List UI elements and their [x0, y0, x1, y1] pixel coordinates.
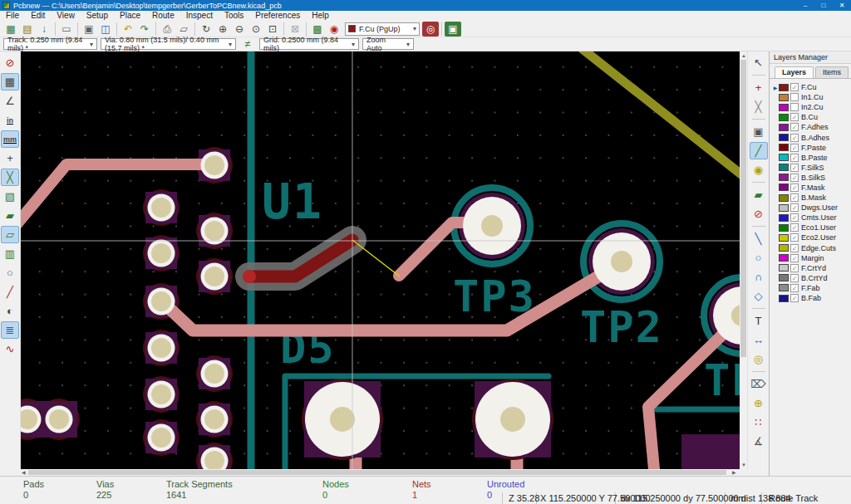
- footprint-editor-button[interactable]: ▣: [81, 22, 97, 37]
- add-keepout-button[interactable]: ⊘: [750, 205, 768, 223]
- close-button[interactable]: ✕: [833, 0, 851, 11]
- maximize-button[interactable]: □: [814, 0, 833, 11]
- layer-row-b-fab[interactable]: ✓B.Fab: [772, 293, 851, 303]
- zoom-select[interactable]: Zoom Auto ▾: [362, 38, 414, 50]
- refresh-view-button[interactable]: ↻: [198, 22, 214, 37]
- drc-off-button[interactable]: ⊘: [1, 54, 19, 71]
- layer-visibility-checkbox[interactable]: ✓: [790, 113, 799, 121]
- footprint-browser-button[interactable]: ◫: [97, 22, 114, 37]
- vertical-scrollbar[interactable]: ▲ ▼: [740, 51, 747, 469]
- open-board-button[interactable]: ▤: [19, 22, 36, 37]
- layer-color-swatch[interactable]: [779, 284, 789, 291]
- layer-row-in1-cu[interactable]: In1.Cu: [772, 92, 851, 102]
- layer-color-swatch[interactable]: [779, 183, 789, 191]
- layer-visibility-checkbox[interactable]: ✓: [790, 134, 799, 142]
- active-layer-select[interactable]: F.Cu (PgUp) ▾: [345, 22, 420, 36]
- layer-visibility-checkbox[interactable]: ✓: [790, 233, 799, 242]
- layers-manager-toggle-button[interactable]: ≣: [1, 321, 19, 339]
- grid-origin-button[interactable]: ∷: [750, 413, 768, 431]
- scroll-left-icon[interactable]: ◀: [22, 469, 26, 476]
- layer-visibility-checkbox[interactable]: [790, 103, 799, 111]
- layer-row-in2-cu[interactable]: In2.Cu: [772, 102, 851, 112]
- redo-button[interactable]: ↷: [136, 22, 153, 37]
- scroll-right-icon[interactable]: ▶: [732, 469, 736, 476]
- zoom-out-button[interactable]: ⊖: [231, 22, 248, 37]
- menu-help[interactable]: Help: [306, 11, 335, 21]
- add-text-button[interactable]: T: [750, 312, 768, 330]
- layer-visibility-checkbox[interactable]: ✓: [790, 244, 799, 252]
- layer-color-swatch[interactable]: [779, 234, 789, 242]
- layer-visibility-checkbox[interactable]: ✓: [790, 123, 799, 131]
- add-graphic-line-button[interactable]: ╲: [750, 230, 768, 247]
- layer-visibility-checkbox[interactable]: ✓: [790, 164, 799, 172]
- units-mm-button[interactable]: mm: [1, 130, 19, 148]
- layer-color-swatch[interactable]: [779, 154, 789, 161]
- layer-color-swatch[interactable]: [779, 274, 789, 281]
- track-via-size-button[interactable]: ◎: [422, 22, 439, 37]
- add-footprint-button[interactable]: ▣: [750, 123, 768, 140]
- layer-row-b-adhes[interactable]: ✓B.Adhes: [772, 132, 851, 142]
- layer-visibility-checkbox[interactable]: ✓: [790, 183, 799, 192]
- layer-row-dwgs-user[interactable]: ✓Dwgs.User: [772, 203, 851, 213]
- route-tracks-button[interactable]: ╱: [750, 142, 768, 159]
- layer-color-swatch[interactable]: [779, 84, 789, 91]
- track-width-select[interactable]: Track: 0.250 mm (9.84 mils) * ▾: [3, 38, 97, 50]
- via-sketch-mode-button[interactable]: ○: [1, 264, 19, 281]
- layer-visibility-checkbox[interactable]: ✓: [790, 203, 799, 212]
- layer-visibility-checkbox[interactable]: ✓: [790, 83, 799, 91]
- layer-row-f-crtyd[interactable]: ✓F.CrtYd: [772, 263, 851, 273]
- layer-visibility-checkbox[interactable]: ✓: [790, 223, 799, 232]
- layer-visibility-checkbox[interactable]: ✓: [790, 274, 799, 282]
- add-polygon-button[interactable]: ◇: [750, 287, 768, 305]
- layer-visibility-checkbox[interactable]: ✓: [790, 174, 799, 182]
- scroll-down-icon[interactable]: ▼: [741, 462, 746, 468]
- update-pcb-button[interactable]: ▣: [445, 22, 461, 37]
- menu-setup[interactable]: Setup: [81, 11, 114, 21]
- drill-origin-button[interactable]: ⊕: [750, 394, 768, 412]
- zoom-fit-button[interactable]: ⊡: [264, 22, 281, 37]
- layer-row-f-fab[interactable]: ✓F.Fab: [772, 283, 851, 293]
- save-board-button[interactable]: ↓: [36, 22, 52, 37]
- layer-color-swatch[interactable]: [779, 164, 789, 171]
- zone-display-outline-button[interactable]: ▱: [1, 226, 19, 243]
- menu-edit[interactable]: Edit: [25, 11, 51, 21]
- layer-color-swatch[interactable]: [779, 174, 789, 181]
- layer-color-swatch[interactable]: [779, 264, 789, 272]
- menu-file[interactable]: File: [0, 11, 25, 21]
- add-target-button[interactable]: ◎: [750, 350, 768, 368]
- horizontal-scrollbar-thumb[interactable]: [28, 470, 726, 475]
- layer-row-f-cu[interactable]: ▶✓F.Cu: [772, 82, 851, 92]
- layer-visibility-checkbox[interactable]: ✓: [790, 193, 799, 202]
- layer-color-swatch[interactable]: [779, 295, 789, 302]
- add-circle-button[interactable]: ○: [750, 249, 768, 267]
- layer-row-edge-cuts[interactable]: ✓Edge.Cuts: [772, 243, 851, 253]
- drc-check-button[interactable]: ◉: [326, 22, 342, 37]
- layer-row-b-mask[interactable]: ✓B.Mask: [772, 193, 851, 203]
- minimize-button[interactable]: –: [796, 0, 814, 11]
- layer-row-b-paste[interactable]: ✓B.Paste: [772, 153, 851, 163]
- layer-color-swatch[interactable]: [779, 104, 789, 111]
- layer-row-f-silks[interactable]: ✓F.SilkS: [772, 163, 851, 173]
- layer-color-swatch[interactable]: [779, 124, 789, 131]
- layer-row-margin[interactable]: ✓Margin: [772, 253, 851, 263]
- zoom-redraw-button[interactable]: ⊙: [248, 22, 264, 37]
- cursor-shape-button[interactable]: +: [1, 149, 19, 167]
- menu-place[interactable]: Place: [114, 11, 146, 21]
- tab-layers[interactable]: Layers: [775, 66, 814, 78]
- layer-visibility-checkbox[interactable]: ✓: [790, 213, 799, 222]
- select-tool-button[interactable]: ↖: [750, 54, 768, 71]
- layer-row-b-silks[interactable]: ✓B.SilkS: [772, 173, 851, 183]
- vertical-scrollbar-thumb[interactable]: [740, 60, 746, 357]
- layer-color-swatch[interactable]: [779, 224, 789, 232]
- layer-color-swatch[interactable]: [779, 94, 789, 101]
- polar-coords-button[interactable]: ∠: [1, 92, 19, 110]
- local-ratsnest-button[interactable]: ╳: [750, 98, 768, 115]
- layer-visibility-checkbox[interactable]: ✓: [790, 294, 799, 302]
- layer-row-eco2-user[interactable]: ✓Eco2.User: [772, 232, 851, 242]
- units-inches-button[interactable]: in: [1, 111, 19, 129]
- high-contrast-mode-button[interactable]: ◐: [1, 302, 19, 320]
- layer-visibility-checkbox[interactable]: [790, 93, 799, 101]
- menu-inspect[interactable]: Inspect: [180, 11, 219, 21]
- pcb-canvas[interactable]: U1D5TP3TP2TP1: [21, 51, 740, 469]
- highlight-net-button[interactable]: +: [750, 79, 768, 96]
